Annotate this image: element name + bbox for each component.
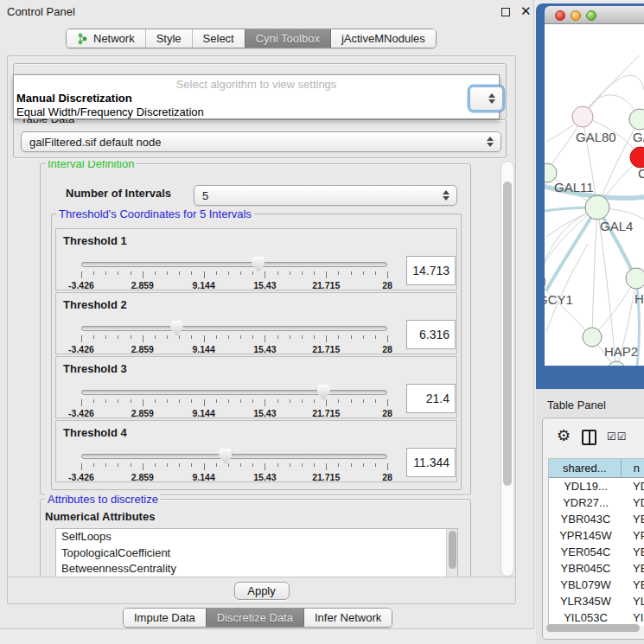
numerical-attributes-list[interactable]: SelfLoopsTopologicalCoefficientBetweenne… bbox=[55, 528, 458, 577]
network-node[interactable] bbox=[583, 328, 602, 347]
apply-row: Apply bbox=[8, 577, 515, 603]
algorithm-combobox[interactable] bbox=[469, 86, 503, 111]
slider-ticks bbox=[81, 335, 387, 343]
slider-thumb[interactable] bbox=[219, 449, 232, 464]
minimize-traffic-light-icon[interactable] bbox=[571, 10, 581, 21]
table-cell: YBR0 bbox=[622, 562, 644, 575]
network-view-window: GAL80GACGAL11GAL4GCY1HHAP2 bbox=[536, 3, 644, 389]
algorithm-dropdown-popup: Select algorithm to view settings Manual… bbox=[13, 74, 500, 119]
table-data-combobox[interactable]: galFiltered.sif default node bbox=[21, 131, 501, 152]
tab-network[interactable]: Network bbox=[67, 29, 145, 48]
table-cell: YDR27... bbox=[549, 496, 622, 509]
table-column-header[interactable]: n bbox=[622, 459, 644, 478]
window-title: Control Panel bbox=[7, 5, 75, 18]
list-item[interactable]: SelfLoops bbox=[56, 529, 457, 545]
list-item[interactable]: TopologicalCoefficient bbox=[56, 545, 457, 562]
network-node-label: C bbox=[638, 166, 644, 181]
table-column-header[interactable]: shared... bbox=[549, 459, 622, 478]
slider-track[interactable] bbox=[81, 454, 387, 459]
network-node[interactable] bbox=[626, 268, 644, 289]
list-item[interactable]: BetweennessCentrality bbox=[56, 561, 457, 577]
tab-impute-data[interactable]: Impute Data bbox=[124, 609, 206, 627]
network-node[interactable] bbox=[585, 195, 609, 220]
network-node[interactable] bbox=[630, 147, 644, 168]
attributes-to-discretize-title: Attributes to discretize bbox=[45, 493, 161, 506]
table-row[interactable]: YBL079WYBL0 bbox=[549, 577, 644, 593]
table-cell: YBL0 bbox=[622, 578, 644, 591]
algorithm-option-manual[interactable]: Manual Discretization bbox=[16, 92, 132, 105]
threshold-panel: Threshold 3-3.4262.8599.14415.4321.71528… bbox=[55, 356, 457, 418]
attributes-list-scrollbar[interactable] bbox=[446, 529, 457, 577]
tab-select[interactable]: Select bbox=[192, 29, 245, 48]
float-window-icon[interactable] bbox=[501, 8, 510, 16]
tab-jactivemnodules[interactable]: jActiveMNodules bbox=[330, 29, 436, 48]
network-window-titlebar bbox=[545, 6, 644, 24]
table-row[interactable]: YPR145WYPR1 bbox=[549, 527, 644, 544]
threshold-value-field[interactable]: 6.316 bbox=[406, 320, 456, 349]
interval-definition-title: Interval Definition bbox=[45, 161, 137, 170]
threshold-value-field[interactable]: 14.713 bbox=[406, 256, 456, 285]
algorithm-option-equal-width[interactable]: Equal Width/Frequency Discretization bbox=[16, 105, 204, 118]
network-node[interactable] bbox=[545, 273, 545, 290]
slider-track[interactable] bbox=[81, 326, 387, 331]
slider-track[interactable] bbox=[81, 390, 387, 395]
threshold-slider[interactable]: -3.4262.8599.14415.4321.71528 bbox=[81, 324, 387, 354]
table-horizontal-scrollbar[interactable] bbox=[546, 624, 640, 632]
number-of-intervals-value: 5 bbox=[202, 189, 208, 202]
threshold-slider[interactable]: -3.4262.8599.14415.4321.71528 bbox=[81, 388, 387, 418]
tab-discretize-data[interactable]: Discretize Data bbox=[206, 609, 303, 627]
threshold-slider[interactable]: -3.4262.8599.14415.4321.71528 bbox=[81, 260, 387, 290]
panel-scrollbar-thumb[interactable] bbox=[503, 182, 512, 486]
threshold-value-field[interactable]: 11.344 bbox=[406, 448, 456, 477]
table-cell: YBR0 bbox=[622, 513, 644, 526]
close-icon[interactable]: ✕ bbox=[520, 3, 532, 19]
select-columns-icon[interactable]: ☑☑ bbox=[607, 430, 628, 443]
tab-style[interactable]: Style bbox=[145, 29, 192, 48]
table-row[interactable]: YER054CYER0 bbox=[549, 544, 644, 560]
table-row[interactable]: YDR27...YDR2 bbox=[549, 494, 644, 511]
table-cell: YBL079W bbox=[549, 578, 622, 591]
network-node-label: GCY1 bbox=[545, 292, 573, 307]
interval-definition-group: Interval Definition Number of Intervals … bbox=[40, 163, 471, 495]
number-of-intervals-combobox[interactable]: 5 bbox=[194, 185, 457, 206]
table-row[interactable]: YBR045CYBR0 bbox=[549, 560, 644, 577]
threshold-value-field[interactable]: 21.4 bbox=[406, 384, 456, 413]
network-node[interactable] bbox=[572, 106, 593, 127]
network-edge bbox=[583, 55, 640, 117]
zoom-traffic-light-icon[interactable] bbox=[586, 10, 596, 21]
slider-thumb[interactable] bbox=[170, 321, 183, 336]
node-attribute-table[interactable]: shared...n YDL19...YDL1YDR27...YDR2YBR04… bbox=[548, 458, 644, 626]
network-edge bbox=[592, 207, 597, 337]
threshold-slider[interactable]: -3.4262.8599.14415.4321.71528 bbox=[81, 452, 387, 481]
network-edge bbox=[592, 278, 636, 337]
table-row[interactable]: YDL19...YDL1 bbox=[549, 478, 644, 494]
network-node[interactable] bbox=[629, 109, 644, 130]
split-columns-icon[interactable] bbox=[582, 430, 596, 445]
table-row[interactable]: YLR345WYLR3 bbox=[549, 593, 644, 609]
gear-icon[interactable]: ⚙ bbox=[557, 428, 571, 443]
table-cell: YDL1 bbox=[622, 480, 644, 493]
tab-cyni-toolbox[interactable]: Cyni Toolbox bbox=[245, 29, 330, 48]
network-node-label: HAP2 bbox=[604, 344, 638, 359]
panel-scrollbar[interactable] bbox=[501, 161, 514, 577]
slider-ticks bbox=[81, 399, 387, 407]
combo-stepper-icon bbox=[486, 136, 494, 148]
close-traffic-light-icon[interactable] bbox=[555, 10, 565, 21]
threshold-label: Threshold 2 bbox=[63, 298, 127, 311]
tab-infer-network[interactable]: Infer Network bbox=[303, 609, 392, 627]
attributes-scrollbar-thumb[interactable] bbox=[449, 531, 456, 569]
control-panel-window: Control Panel ✕ NetworkStyleSelectCyni T… bbox=[0, 0, 534, 629]
slider-thumb[interactable] bbox=[252, 257, 265, 272]
slider-thumb[interactable] bbox=[317, 385, 330, 400]
threshold-label: Threshold 1 bbox=[63, 234, 127, 247]
table-data-combo-value: galFiltered.sif default node bbox=[29, 136, 161, 149]
table-row[interactable]: YBR043CYBR0 bbox=[549, 511, 644, 527]
slider-track[interactable] bbox=[81, 262, 387, 267]
network-canvas[interactable]: GAL80GACGAL11GAL4GCY1HHAP2 bbox=[545, 24, 644, 366]
table-cell: YIL0 bbox=[622, 611, 644, 624]
threshold-panel: Threshold 2-3.4262.8599.14415.4321.71528… bbox=[55, 292, 457, 354]
apply-button[interactable]: Apply bbox=[234, 582, 290, 600]
thresholds-coordinates-title: Threshold's Coordinates for 5 Intervals bbox=[56, 207, 254, 220]
table-cell: YPR145W bbox=[549, 529, 622, 542]
network-graph: GAL80GACGAL11GAL4GCY1HHAP2 bbox=[545, 24, 644, 366]
